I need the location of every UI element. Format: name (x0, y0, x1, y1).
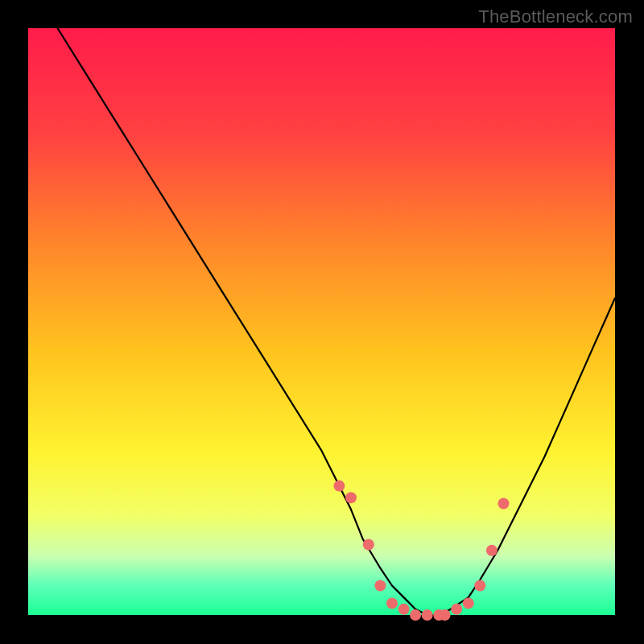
bottleneck-chart (0, 0, 644, 644)
marker-dot (363, 539, 374, 551)
marker-dot (498, 498, 510, 510)
marker-dot (463, 597, 474, 609)
marker-dot (451, 604, 462, 615)
marker-dot (345, 492, 357, 503)
marker-dot (474, 580, 485, 592)
chart-frame: TheBottleneck.com (0, 0, 644, 644)
plot-background (28, 28, 615, 615)
marker-dot (422, 609, 433, 621)
marker-dot (486, 545, 497, 556)
watermark-text: TheBottleneck.com (478, 6, 633, 27)
marker-dot (333, 481, 345, 492)
marker-dot (398, 604, 410, 615)
marker-dot (374, 580, 386, 592)
marker-dot (440, 609, 451, 621)
marker-dot (410, 609, 421, 621)
marker-dot (386, 597, 398, 609)
